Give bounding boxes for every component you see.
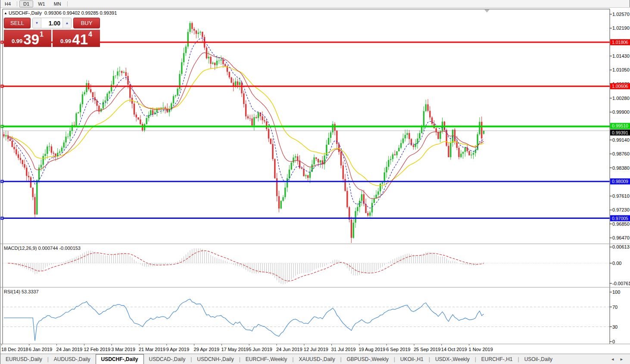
timeframe-button-d1[interactable]: D1 bbox=[19, 0, 33, 7]
svg-text:0.00613: 0.00613 bbox=[612, 244, 630, 249]
timeframe-button-h4[interactable]: H4 bbox=[1, 0, 15, 7]
svg-text:6 Sep 2019: 6 Sep 2019 bbox=[386, 347, 410, 352]
volume-decrease-button[interactable]: ▼ bbox=[33, 18, 41, 28]
tab-eurchf-weekly[interactable]: EURCHF-,Weekly bbox=[240, 354, 292, 364]
sell-button[interactable]: SELL bbox=[4, 18, 31, 28]
tab-scroll-left-icon[interactable]: ◄ bbox=[611, 357, 614, 361]
sell-price-button[interactable]: 0.99391 bbox=[4, 30, 51, 47]
svg-text:0.99391: 0.99391 bbox=[612, 130, 628, 135]
tab-audusd-daily[interactable]: AUDUSD-,Daily bbox=[49, 354, 96, 364]
timeframe-button-w1[interactable]: W1 bbox=[34, 0, 49, 7]
buy-price-main: 41 bbox=[72, 33, 88, 46]
svg-text:9 Apr 2019: 9 Apr 2019 bbox=[166, 347, 189, 352]
sell-price-main: 39 bbox=[23, 33, 39, 46]
svg-text:0.96850: 0.96850 bbox=[612, 221, 630, 227]
svg-text:31 Jul 2019: 31 Jul 2019 bbox=[331, 347, 356, 352]
svg-text:1.02190: 1.02190 bbox=[612, 25, 630, 31]
timeframe-toolbar: H4 D1 W1 MN bbox=[0, 0, 630, 8]
tab-usdx-weekly[interactable]: USDX-,Weekly bbox=[430, 354, 475, 364]
svg-text:12 Jul 2019: 12 Jul 2019 bbox=[304, 347, 328, 352]
tab-scroll-right-icon[interactable]: ► bbox=[620, 357, 624, 361]
chart-tab-bar: EURUSD-,Daily|AUDUSD-,DailyUSDCHF-,Daily… bbox=[0, 354, 630, 364]
tab-usdchf-daily[interactable]: USDCHF-,Daily bbox=[96, 354, 144, 364]
svg-text:24 Jun 2019: 24 Jun 2019 bbox=[276, 347, 303, 352]
svg-text:1.00606: 1.00606 bbox=[612, 84, 628, 89]
svg-text:0.97610: 0.97610 bbox=[612, 193, 630, 199]
svg-text:0.99900: 0.99900 bbox=[612, 109, 630, 115]
svg-text:21 Mar 2019: 21 Mar 2019 bbox=[139, 347, 165, 352]
svg-text:0.00: 0.00 bbox=[612, 261, 621, 266]
macd-indicator-label: MACD(12,26,9) 0.000744 -0.000153 bbox=[4, 246, 81, 251]
chevron-down-icon: ▼ bbox=[35, 21, 39, 25]
svg-text:0.96470: 0.96470 bbox=[612, 235, 630, 240]
svg-text:70: 70 bbox=[612, 305, 618, 310]
tab-eurusd-daily[interactable]: EURUSD-,Daily bbox=[0, 354, 47, 364]
tab-usdcnh-daily[interactable]: USDCNH-,Daily bbox=[192, 354, 239, 364]
macd-main-value: 0.000744 bbox=[38, 246, 58, 251]
collapse-icon: ▲ bbox=[4, 11, 7, 15]
chart-canvas[interactable]: 1.025701.021901.014301.010501.006701.002… bbox=[0, 0, 630, 354]
svg-text:14 Oct 2019: 14 Oct 2019 bbox=[441, 347, 467, 352]
svg-text:1 Nov 2019: 1 Nov 2019 bbox=[469, 347, 493, 352]
volume-increase-button[interactable]: ▲ bbox=[62, 18, 71, 28]
buy-price-pip: 4 bbox=[88, 31, 92, 38]
tab-xauusd-daily[interactable]: XAUUSD-,Daily bbox=[293, 354, 340, 364]
svg-text:0.98760: 0.98760 bbox=[612, 151, 630, 156]
buy-price-button[interactable]: 0.99414 bbox=[53, 30, 100, 47]
svg-text:-0.007612: -0.007612 bbox=[612, 281, 630, 286]
tab-usdcad-daily[interactable]: USDCAD-,Daily bbox=[144, 354, 191, 364]
chart-title: ▲USDCHF-,Daily 0.99306 0.99402 0.99285 0… bbox=[4, 10, 117, 16]
timeframe-button-mn[interactable]: MN bbox=[50, 0, 65, 7]
chart-symbol-label: USDCHF-,Daily bbox=[9, 10, 42, 16]
svg-text:30: 30 bbox=[612, 324, 618, 330]
buy-price-prefix: 0.99 bbox=[60, 38, 71, 44]
svg-text:3 Mar 2019: 3 Mar 2019 bbox=[111, 347, 135, 352]
svg-text:18 Dec 2018: 18 Dec 2018 bbox=[1, 347, 28, 352]
toolbar-separator bbox=[67, 1, 68, 6]
volume-control: ▼ ▲ bbox=[32, 18, 72, 28]
svg-text:0.97005: 0.97005 bbox=[612, 216, 628, 221]
svg-text:25 Sep 2019: 25 Sep 2019 bbox=[414, 347, 440, 352]
svg-text:1.01806: 1.01806 bbox=[612, 40, 628, 45]
svg-text:6 Jan 2019: 6 Jan 2019 bbox=[29, 347, 52, 352]
svg-text:12 Feb 2019: 12 Feb 2019 bbox=[84, 347, 110, 352]
buy-button[interactable]: BUY bbox=[73, 18, 100, 28]
rsi-indicator-label: RSI(14) 53.3337 bbox=[4, 289, 39, 294]
svg-text:0.98009: 0.98009 bbox=[612, 179, 628, 184]
svg-text:0.98380: 0.98380 bbox=[612, 165, 630, 171]
svg-text:1.01050: 1.01050 bbox=[612, 67, 630, 72]
toolbar-separator bbox=[17, 1, 17, 6]
sell-price-prefix: 0.99 bbox=[12, 38, 22, 44]
chart-background bbox=[0, 7, 630, 354]
svg-text:17 May 2019: 17 May 2019 bbox=[221, 347, 249, 352]
tab-eurchf-h1[interactable]: EURCHF-,H1 bbox=[476, 354, 518, 364]
tab-ukoil-h1[interactable]: UKOil-,H1 bbox=[395, 354, 429, 364]
svg-text:1.02570: 1.02570 bbox=[612, 12, 630, 17]
svg-text:24 Jan 2019: 24 Jan 2019 bbox=[56, 347, 83, 352]
svg-text:19 Aug 2019: 19 Aug 2019 bbox=[359, 347, 385, 352]
rsi-value: 53.3337 bbox=[22, 289, 39, 294]
sell-price-pip: 1 bbox=[40, 31, 44, 38]
chart-ohlc-values: 0.99306 0.99402 0.99285 0.99391 bbox=[44, 10, 117, 16]
svg-text:5 Jun 2019: 5 Jun 2019 bbox=[249, 347, 272, 352]
svg-text:0.99140: 0.99140 bbox=[612, 137, 630, 143]
tab-gbpusd-weekly[interactable]: GBPUSD-,Weekly bbox=[342, 354, 394, 364]
tab-usoil-daily[interactable]: USOil-,Daily bbox=[519, 354, 558, 364]
macd-signal-value: -0.000153 bbox=[59, 246, 81, 251]
svg-text:0.97230: 0.97230 bbox=[612, 207, 630, 212]
volume-input[interactable] bbox=[41, 18, 62, 28]
trading-terminal-window: H4 D1 W1 MN 1.025701.021901.014301.01050… bbox=[0, 0, 630, 364]
svg-text:0.99510: 0.99510 bbox=[612, 123, 628, 128]
svg-text:0: 0 bbox=[612, 339, 615, 344]
svg-text:29 Apr 2019: 29 Apr 2019 bbox=[194, 347, 219, 352]
svg-text:1.00280: 1.00280 bbox=[612, 96, 630, 101]
chevron-up-icon: ▲ bbox=[65, 21, 69, 25]
svg-text:100: 100 bbox=[612, 289, 620, 295]
one-click-trading-panel: SELL ▼ ▲ BUY 0.99391 0.99414 bbox=[4, 18, 100, 47]
tab-scroll-arrows: ◄ ► bbox=[611, 354, 630, 364]
svg-text:1.01430: 1.01430 bbox=[612, 53, 630, 59]
